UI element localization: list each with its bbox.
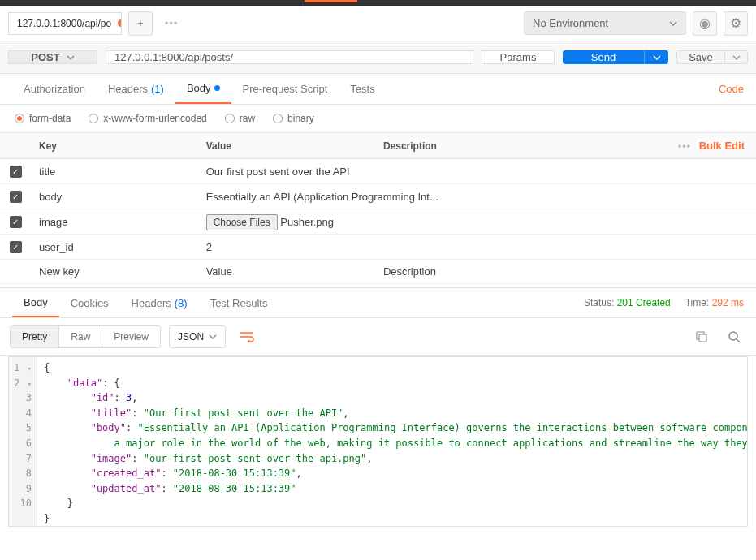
tab-authorization[interactable]: Authorization — [12, 74, 97, 104]
row-checkbox[interactable]: ✓ — [10, 191, 22, 203]
view-raw[interactable]: Raw — [59, 326, 102, 347]
response-body[interactable]: 1 ▾2 ▾345 678910 { "data": { "id": 3, "t… — [8, 356, 748, 527]
radio-icon — [15, 114, 24, 123]
plus-icon: + — [137, 17, 144, 29]
json-code: { "data": { "id": 3, "title": "Our first… — [37, 357, 748, 526]
send-dropdown-button[interactable] — [644, 50, 668, 64]
new-desc-cell[interactable]: Description — [375, 260, 756, 284]
form-data-table: Key Value Description ••• Bulk Edit ✓ ti… — [0, 133, 756, 284]
method-label: POST — [31, 51, 59, 63]
new-tab-button[interactable]: + — [128, 11, 153, 36]
time-value: 292 ms — [712, 297, 744, 308]
response-meta: Status: 201 Created Time: 292 ms — [584, 297, 744, 308]
col-key: Key — [31, 133, 198, 159]
app-topbar — [0, 0, 756, 6]
new-key-cell[interactable]: New key — [31, 260, 198, 284]
request-tab[interactable]: 127.0.0.1:8000/api/po — [8, 12, 122, 35]
view-pretty[interactable]: Pretty — [11, 326, 59, 347]
tab-tests[interactable]: Tests — [339, 74, 386, 104]
settings-button[interactable]: ⚙ — [724, 11, 748, 36]
url-input[interactable]: 127.0.0.1:8000/api/posts/ — [106, 50, 473, 64]
search-response-button[interactable] — [722, 325, 746, 349]
resp-tab-cookies[interactable]: Cookies — [59, 288, 120, 317]
table-row-new: New key Value Description — [0, 260, 756, 284]
chevron-down-icon — [653, 54, 661, 62]
env-quicklook-button[interactable]: ◉ — [693, 11, 717, 36]
wrap-toggle[interactable] — [234, 325, 260, 349]
radio-binary[interactable]: binary — [273, 113, 314, 124]
row-checkbox[interactable]: ✓ — [10, 216, 22, 228]
resp-tab-headers[interactable]: Headers (8) — [120, 288, 199, 317]
send-button[interactable]: Send — [563, 50, 644, 64]
tab-headers[interactable]: Headers (1) — [97, 74, 175, 104]
svg-rect-1 — [699, 334, 706, 342]
value-cell[interactable]: Choose Files Pusher.png — [198, 209, 756, 235]
chevron-down-icon — [669, 19, 677, 28]
svg-point-2 — [729, 332, 737, 340]
row-checkbox[interactable]: ✓ — [10, 241, 22, 253]
status-value: 201 Created — [617, 297, 671, 308]
resp-tab-body[interactable]: Body — [12, 288, 59, 317]
radio-urlencoded[interactable]: x-www-form-urlencoded — [89, 113, 206, 124]
tab-body[interactable]: Body — [175, 74, 231, 104]
col-check — [0, 133, 31, 159]
method-select[interactable]: POST — [8, 50, 97, 64]
modified-dot-icon — [214, 85, 220, 91]
code-link[interactable]: Code — [719, 83, 744, 95]
url-value: 127.0.0.1:8000/api/posts/ — [114, 51, 233, 63]
format-select[interactable]: JSON — [169, 325, 226, 348]
key-cell[interactable]: user_id — [31, 235, 198, 260]
tab-options-button[interactable]: ••• — [159, 11, 184, 36]
ellipsis-icon: ••• — [165, 17, 179, 29]
chevron-down-icon — [209, 333, 217, 341]
eye-icon: ◉ — [699, 15, 711, 31]
bulk-edit-link[interactable]: Bulk Edit — [699, 140, 745, 152]
wrap-icon — [240, 331, 254, 342]
tab-bar: 127.0.0.1:8000/api/po + ••• No Environme… — [0, 6, 756, 41]
table-row: ✓ body Essentially an API (Application P… — [0, 184, 756, 209]
environment-select[interactable]: No Environment — [524, 11, 686, 35]
view-mode-group: Pretty Raw Preview — [10, 325, 161, 348]
resp-tab-tests[interactable]: Test Results — [199, 288, 279, 317]
col-value: Value — [198, 133, 375, 159]
chevron-down-icon — [67, 54, 75, 62]
ellipsis-icon[interactable]: ••• — [678, 140, 691, 152]
radio-icon — [225, 114, 235, 123]
key-cell[interactable]: body — [31, 184, 198, 209]
value-cell[interactable]: Our first post sent over the API — [198, 159, 756, 184]
value-cell[interactable]: 2 — [198, 235, 756, 260]
key-cell[interactable]: image — [31, 209, 198, 235]
response-tabs: Body Cookies Headers (8) Test Results St… — [0, 287, 756, 318]
gear-icon: ⚙ — [730, 15, 741, 31]
view-preview[interactable]: Preview — [102, 326, 160, 347]
unsaved-dot-icon — [118, 19, 122, 27]
chevron-down-icon — [732, 54, 741, 62]
radio-icon — [273, 114, 283, 123]
body-type-row: form-data x-www-form-urlencoded raw bina… — [0, 105, 756, 133]
tab-prerequest[interactable]: Pre-request Script — [231, 74, 339, 104]
svg-line-3 — [737, 339, 740, 342]
view-row: Pretty Raw Preview JSON — [0, 318, 756, 356]
new-value-cell[interactable]: Value — [198, 260, 375, 284]
save-dropdown-button[interactable] — [725, 50, 748, 64]
copy-response-button[interactable] — [689, 325, 714, 349]
request-subtabs: Authorization Headers (1) Body Pre-reque… — [0, 74, 756, 105]
topbar-accent — [305, 0, 357, 2]
row-checkbox[interactable]: ✓ — [10, 166, 22, 178]
table-row: ✓ image Choose Files Pusher.png — [0, 209, 756, 235]
request-bar: POST 127.0.0.1:8000/api/posts/ Params Se… — [0, 41, 756, 74]
radio-form-data[interactable]: form-data — [15, 113, 71, 124]
environment-label: No Environment — [533, 17, 608, 29]
radio-icon — [89, 114, 98, 123]
tab-label: 127.0.0.1:8000/api/po — [17, 18, 111, 29]
params-button[interactable]: Params — [482, 50, 555, 64]
choose-files-button[interactable]: Choose Files — [206, 214, 278, 230]
line-gutter: 1 ▾2 ▾345 678910 — [9, 357, 37, 526]
file-name: Pusher.png — [280, 216, 334, 228]
key-cell[interactable]: title — [31, 159, 198, 184]
save-button[interactable]: Save — [676, 50, 725, 64]
value-cell[interactable]: Essentially an API (Application Programm… — [198, 184, 756, 209]
table-row: ✓ user_id 2 — [0, 235, 756, 260]
radio-raw[interactable]: raw — [225, 113, 255, 124]
table-row: ✓ title Our first post sent over the API — [0, 159, 756, 184]
